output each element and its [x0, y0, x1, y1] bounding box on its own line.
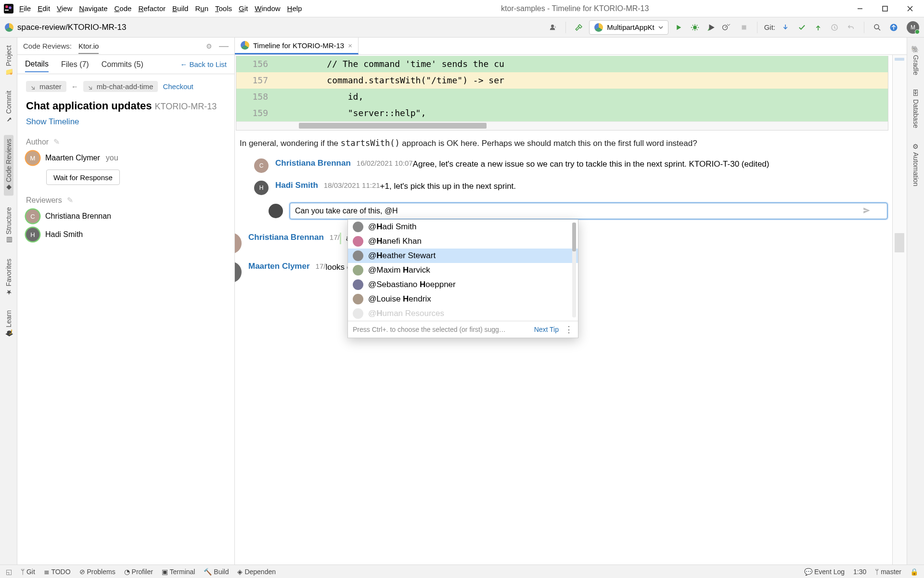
user-avatar[interactable]: M — [907, 21, 919, 34]
reviewer-avatar: H — [26, 228, 39, 241]
status-terminal[interactable]: ▣ Terminal — [162, 568, 195, 576]
status-problems[interactable]: ⊘ Problems — [79, 568, 116, 576]
branch-target[interactable]: master — [26, 81, 66, 92]
mention-option[interactable]: @Louise Hendrix — [348, 292, 578, 306]
build-hammer-icon[interactable] — [573, 21, 585, 34]
stop-icon[interactable] — [738, 21, 750, 34]
minimize-panel-icon[interactable]: — — [219, 40, 229, 52]
reply-message: C Christiana Brennan16/02/2021 10:07 Agr… — [254, 158, 887, 173]
toolwindow-automation[interactable]: ⚙Automation — [912, 140, 920, 189]
menu-view[interactable]: View — [57, 4, 72, 13]
checkout-link[interactable]: Checkout — [163, 82, 193, 91]
send-icon[interactable] — [862, 206, 871, 216]
profile-icon[interactable] — [721, 21, 734, 34]
panel-project-link[interactable]: Ktor.io — [78, 42, 99, 54]
menu-code[interactable]: Code — [115, 4, 132, 13]
status-lock-icon[interactable]: 🔒 — [910, 568, 918, 576]
menu-refactor[interactable]: Refactor — [138, 4, 166, 13]
status-dependencies[interactable]: ◈ Dependen — [237, 568, 276, 576]
menu-navigate[interactable]: Navigate — [79, 4, 107, 13]
menu-window[interactable]: Window — [255, 4, 280, 13]
next-tip-link[interactable]: Next Tip — [534, 326, 559, 333]
activity-timestamp: 17/ — [316, 262, 326, 270]
menu-edit[interactable]: Edit — [38, 4, 50, 13]
comment-timestamp: 16/02/2021 10:07 — [357, 159, 413, 167]
reply-composer: × @Hadi Smith @Hanefi Khan @Heather Stew… — [269, 203, 887, 219]
pencil-icon[interactable]: ✎ — [53, 137, 60, 146]
window-close-button[interactable] — [900, 1, 920, 16]
reply-input[interactable] — [290, 203, 887, 219]
horizontal-scrollbar[interactable] — [236, 121, 888, 130]
reviewer-name: Christiana Brennan — [45, 212, 111, 221]
editor-minimap[interactable] — [892, 55, 907, 565]
gear-icon[interactable]: ⚙ — [206, 42, 212, 50]
search-icon[interactable] — [871, 21, 884, 34]
toolwindow-database[interactable]: 🗄Database — [912, 87, 920, 131]
status-event-log[interactable]: 💬 Event Log — [804, 568, 845, 576]
status-branch[interactable]: ᛘ master — [875, 568, 901, 576]
toolwindow-commit[interactable]: ✔Commit — [5, 88, 13, 126]
status-git[interactable]: ᛘ Git — [21, 568, 35, 576]
status-todo[interactable]: ≣ TODO — [44, 568, 71, 576]
tab-commits[interactable]: Commits (5) — [102, 60, 143, 72]
window-minimize-button[interactable] — [850, 1, 870, 16]
comment-text: +1, let's pick this up in the next sprin… — [380, 181, 516, 193]
menu-tools[interactable]: Tools — [215, 4, 232, 13]
menu-file[interactable]: File — [19, 4, 31, 13]
mention-hint: Press Ctrl+. to choose the selected (or … — [353, 326, 506, 333]
mention-option[interactable]: @Hadi Smith — [348, 220, 578, 234]
git-pull-icon[interactable] — [779, 21, 792, 34]
menu-build[interactable]: Build — [172, 4, 188, 13]
git-push-icon[interactable] — [812, 21, 824, 34]
code-with-me-icon[interactable] — [546, 21, 559, 34]
mention-option[interactable]: @Human Resources — [348, 306, 578, 321]
back-to-list-link[interactable]: ← Back to List — [180, 60, 227, 68]
line-number: 156 — [236, 56, 275, 72]
window-maximize-button[interactable] — [875, 1, 895, 16]
editor-tab-timeline[interactable]: Timeline for KTORIO-MR-13 × — [235, 38, 359, 54]
status-build[interactable]: 🔨 Build — [204, 568, 229, 576]
sync-icon[interactable] — [887, 21, 900, 34]
run-config-selector[interactable]: MultipartAppKt — [589, 20, 668, 35]
debug-icon[interactable] — [689, 21, 701, 34]
run-coverage-icon[interactable] — [705, 21, 718, 34]
close-tab-icon[interactable]: × — [348, 41, 352, 50]
status-profiler[interactable]: ◔ Profiler — [124, 568, 153, 576]
toolwindow-favorites[interactable]: ★Favorites — [5, 256, 13, 299]
comment-author[interactable]: Hadi Smith — [275, 181, 318, 190]
menu-run[interactable]: Run — [195, 4, 208, 13]
menu-help[interactable]: Help — [287, 4, 302, 13]
toolwindow-project[interactable]: 📁Project — [5, 42, 13, 79]
kebab-icon[interactable]: ⋮ — [565, 324, 573, 335]
main-menu: File Edit View Navigate Code Refactor Bu… — [19, 4, 302, 13]
chevron-down-icon — [658, 25, 663, 30]
wait-for-response-button[interactable]: Wait for Response — [46, 170, 120, 185]
window-title: ktor-samples - Timeline for KTORIO-MR-13 — [305, 4, 845, 13]
git-commit-icon[interactable] — [796, 21, 808, 34]
mention-option[interactable]: @Sebastiano Hoeppner — [348, 277, 578, 292]
toolwindow-gradle[interactable]: 🐘Gradle — [912, 42, 920, 78]
status-caret-pos[interactable]: 1:30 — [853, 568, 866, 576]
activity-author[interactable]: Christiana Brennan — [248, 233, 324, 242]
toolwindow-code-reviews[interactable]: ◆Code Reviews — [4, 135, 13, 196]
tab-files[interactable]: Files (7) — [61, 60, 89, 72]
mention-option[interactable]: @Heather Stewart — [348, 249, 578, 263]
svg-point-3 — [9, 6, 11, 9]
toolwindow-learn[interactable]: 🎓Learn — [5, 307, 13, 340]
menu-git[interactable]: Git — [239, 4, 248, 13]
activity-author[interactable]: Maarten Clymer — [248, 262, 310, 271]
show-timeline-link[interactable]: Show Timeline — [26, 117, 226, 127]
tab-details[interactable]: Details — [25, 60, 49, 72]
mention-option[interactable]: @Maxim Harvick — [348, 263, 578, 277]
pencil-icon[interactable]: ✎ — [67, 196, 73, 205]
run-icon[interactable] — [672, 21, 685, 34]
git-history-icon[interactable] — [828, 21, 841, 34]
right-toolwindow-bar: 🐘Gradle 🗄Database ⚙Automation — [907, 38, 924, 565]
branch-source[interactable]: mb-chat-add-time — [83, 81, 158, 92]
mention-option[interactable]: @Hanefi Khan — [348, 234, 578, 249]
comment-author[interactable]: Christiana Brennan — [275, 158, 351, 168]
status-toolwindow-toggle[interactable]: ◱ — [6, 568, 12, 576]
breadcrumb[interactable]: space-review/KTORIO-MR-13 — [17, 23, 126, 32]
toolwindow-structure[interactable]: ▥Structure — [5, 204, 13, 247]
git-revert-icon[interactable] — [845, 21, 857, 34]
